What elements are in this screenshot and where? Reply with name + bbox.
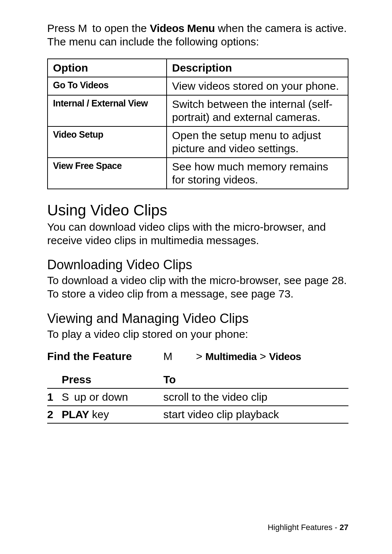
option-description: See how much memory remains for storing … — [167, 158, 348, 189]
options-header-description: Description — [167, 59, 348, 77]
heading-viewing-managing-video-clips: Viewing and Managing Video Clips — [47, 311, 348, 326]
step-press-text: key — [89, 408, 109, 420]
steps-header-blank — [47, 372, 62, 388]
body-viewing: To play a video clip stored on your phon… — [47, 328, 348, 341]
intro-menu-name: Videos Menu — [150, 22, 215, 34]
option-name: View Free Space — [48, 158, 167, 189]
steps-header-to: To — [163, 372, 348, 388]
options-table: Option Description Go To Videos View vid… — [47, 58, 348, 189]
step-to: start video clip playback — [163, 406, 348, 423]
intro-mid: to open the — [89, 22, 150, 34]
intro-prefix: Press — [47, 22, 78, 34]
step-press-text: up or down — [71, 391, 128, 403]
intro-paragraph: Press M to open the Videos Menu when the… — [47, 22, 348, 48]
table-row: Internal / External View Switch between … — [48, 95, 348, 126]
table-row: 2 PLAY key start video clip playback — [47, 406, 348, 423]
step-press: PLAY key — [62, 406, 163, 423]
table-row: Go To Videos View videos stored on your … — [48, 77, 348, 95]
table-row: 1 S up or down scroll to the video clip — [47, 388, 348, 406]
nav-key-icon: S — [62, 391, 69, 403]
step-number: 1 — [47, 388, 62, 406]
option-name: Video Setup — [48, 126, 167, 158]
heading-using-video-clips: Using Video Clips — [47, 202, 348, 219]
step-press: S up or down — [62, 388, 163, 406]
feature-path: > Multimedia > Videos — [196, 350, 301, 363]
menu-key-icon: M — [163, 350, 196, 363]
path-sep: > — [257, 350, 269, 362]
option-description: View videos stored on your phone. — [167, 77, 348, 95]
find-the-feature-label: Find the Feature — [47, 350, 163, 363]
table-row: Video Setup Open the setup menu to adjus… — [48, 126, 348, 158]
manual-page: Press M to open the Videos Menu when the… — [0, 0, 392, 554]
find-the-feature-row: Find the Feature M > Multimedia > Videos — [47, 350, 348, 363]
path-prefix: > — [196, 350, 205, 362]
options-header-option: Option — [48, 59, 167, 77]
body-using: You can download video clips with the mi… — [47, 221, 348, 247]
option-description: Open the setup menu to adjust picture an… — [167, 126, 348, 158]
page-footer: Highlight Features - 27 — [268, 523, 348, 532]
option-description: Switch between the internal (self-portra… — [167, 95, 348, 126]
menu-key-icon: M — [78, 22, 87, 34]
step-number: 2 — [47, 406, 62, 423]
steps-header-press: Press — [62, 372, 163, 388]
footer-page-number: 27 — [340, 523, 348, 532]
path-item-videos: Videos — [269, 351, 301, 362]
option-name: Go To Videos — [48, 77, 167, 95]
path-item-multimedia: Multimedia — [205, 351, 257, 362]
step-to: scroll to the video clip — [163, 388, 348, 406]
heading-downloading-video-clips: Downloading Video Clips — [47, 257, 348, 272]
footer-section: Highlight Features - — [268, 523, 339, 532]
play-key-label: PLAY — [62, 408, 89, 420]
option-name: Internal / External View — [48, 95, 167, 126]
steps-table: Press To 1 S up or down scroll to the vi… — [47, 372, 348, 424]
table-row: View Free Space See how much memory rema… — [48, 158, 348, 189]
body-downloading: To download a video clip with the micro-… — [47, 274, 348, 300]
